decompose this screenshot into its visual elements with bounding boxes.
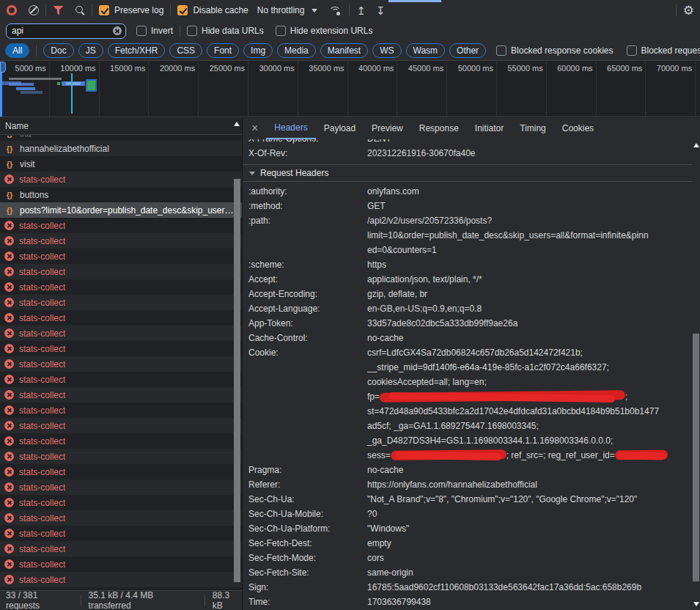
- preserve-log-checkbox[interactable]: [99, 5, 109, 15]
- import-har-button[interactable]: ↥: [356, 5, 366, 16]
- search-button[interactable]: [75, 5, 85, 15]
- invert-checkbox[interactable]: [136, 26, 147, 36]
- type-filter-fetch-xhr[interactable]: Fetch/XHR: [108, 43, 166, 58]
- request-row[interactable]: stats-collect: [0, 372, 242, 387]
- type-filter-wasm[interactable]: Wasm: [406, 43, 446, 58]
- request-row[interactable]: stats-collect: [0, 233, 242, 249]
- tab-response[interactable]: Response: [411, 118, 467, 139]
- type-filter-media[interactable]: Media: [277, 43, 316, 58]
- request-row[interactable]: stats-collect: [0, 295, 242, 310]
- disable-cache-checkbox[interactable]: [177, 5, 188, 15]
- scroll-up-icon[interactable]: [234, 122, 240, 126]
- header-value: 202312261916-30670fa40e: [367, 146, 692, 161]
- export-har-button[interactable]: ↧: [376, 5, 386, 16]
- timeline-tick: 60000 ms: [547, 62, 597, 117]
- type-filter-font[interactable]: Font: [207, 43, 239, 58]
- request-row[interactable]: {}init: [0, 136, 242, 141]
- filter-toggle-button[interactable]: [53, 6, 64, 15]
- scrollbar-thumb[interactable]: [693, 334, 699, 581]
- header-name: Accept-Language:: [248, 301, 367, 316]
- header-name: Accept:: [248, 272, 367, 287]
- header-name: Sign:: [248, 580, 367, 595]
- redaction-scribble: [380, 390, 625, 403]
- request-row[interactable]: stats-collect: [0, 433, 242, 449]
- request-row[interactable]: stats-collect: [0, 526, 242, 541]
- type-filter-manifest[interactable]: Manifest: [320, 43, 368, 58]
- timeline-tick: 15000 ms: [100, 62, 150, 117]
- header-value: DENY: [367, 139, 692, 146]
- request-row[interactable]: stats-collect: [0, 172, 242, 187]
- type-filter-css[interactable]: CSS: [169, 43, 202, 58]
- scrollbar-thumb[interactable]: [234, 179, 240, 582]
- request-row[interactable]: {}buttons: [0, 187, 242, 202]
- scroll-down-icon[interactable]: [693, 602, 699, 606]
- record-button[interactable]: [7, 5, 17, 15]
- close-icon[interactable]: ×: [243, 122, 266, 136]
- request-row[interactable]: stats-collect: [0, 264, 242, 279]
- request-list-scrollbar[interactable]: [233, 136, 241, 590]
- checkbox[interactable]: [627, 45, 637, 56]
- network-overview[interactable]: 5000 ms10000 ms15000 ms20000 ms25000 ms3…: [0, 62, 700, 117]
- request-row[interactable]: stats-collect: [0, 341, 242, 356]
- request-row[interactable]: stats-collect: [0, 572, 242, 587]
- type-filter-all[interactable]: All: [5, 43, 29, 58]
- request-name: stats-collect: [19, 513, 65, 523]
- request-row[interactable]: stats-collect: [0, 387, 242, 403]
- type-filter-doc[interactable]: Doc: [43, 43, 73, 58]
- chevron-down-icon[interactable]: [312, 9, 317, 12]
- request-row[interactable]: {}visit: [0, 156, 242, 172]
- details-scrollbar[interactable]: [692, 139, 700, 610]
- throttling-select[interactable]: No throttling: [257, 5, 305, 15]
- header-value-line: no-cache: [367, 331, 692, 345]
- request-row[interactable]: stats-collect: [0, 556, 242, 572]
- header-value: onlyfans.com: [367, 184, 692, 199]
- overview-grip[interactable]: [0, 62, 6, 73]
- request-name: stats-collect: [19, 328, 65, 339]
- request-row[interactable]: stats-collect: [0, 403, 242, 418]
- clear-filter-icon[interactable]: [113, 26, 122, 35]
- type-filter-js[interactable]: JS: [78, 43, 103, 58]
- name-column-header[interactable]: Name: [0, 118, 242, 135]
- type-filter-img[interactable]: Img: [243, 43, 273, 58]
- request-row[interactable]: stats-collect: [0, 464, 242, 479]
- request-name: stats-collect: [19, 344, 65, 354]
- request-row[interactable]: stats-collect: [0, 541, 242, 556]
- network-conditions-button[interactable]: [329, 6, 342, 15]
- request-row[interactable]: stats-collect: [0, 495, 242, 510]
- request-row[interactable]: stats-collect: [0, 479, 242, 495]
- error-icon: [4, 436, 14, 446]
- network-summary-bar: 33 / 381 requests 35.1 kB / 4.4 MB trans…: [0, 590, 242, 610]
- tab-preview[interactable]: Preview: [364, 118, 411, 139]
- request-row[interactable]: stats-collect: [0, 279, 242, 295]
- settings-gear-button[interactable]: ⚙: [683, 4, 694, 17]
- request-row[interactable]: stats-collect: [0, 356, 242, 372]
- hide-data-urls-checkbox[interactable]: [187, 26, 197, 36]
- request-row[interactable]: stats-collect: [0, 310, 242, 326]
- request-row[interactable]: stats-collect: [0, 249, 242, 264]
- scroll-up-icon[interactable]: [693, 143, 699, 147]
- hide-data-urls-label: Hide data URLs: [202, 26, 264, 36]
- request-row[interactable]: stats-collect: [0, 418, 242, 433]
- type-filter-ws[interactable]: WS: [372, 43, 401, 58]
- checkbox[interactable]: [496, 45, 506, 56]
- request-row[interactable]: stats-collect: [0, 326, 242, 341]
- tab-cookies[interactable]: Cookies: [554, 118, 602, 139]
- tab-payload[interactable]: Payload: [316, 118, 364, 139]
- tab-initiator[interactable]: Initiator: [467, 118, 512, 139]
- resources-size: 88.3 kB: [213, 590, 242, 610]
- request-row[interactable]: {}hannahelizabethofficial: [0, 141, 242, 156]
- request-name: init: [20, 136, 31, 139]
- type-filter-other[interactable]: Other: [449, 43, 486, 58]
- request-headers-section-header[interactable]: Request Headers: [243, 164, 692, 182]
- tab-timing[interactable]: Timing: [512, 118, 554, 139]
- header-value: GET: [367, 199, 692, 213]
- filter-input[interactable]: [6, 23, 126, 39]
- request-name: stats-collect: [19, 390, 65, 400]
- request-row[interactable]: stats-collect: [0, 510, 242, 526]
- request-row[interactable]: stats-collect: [0, 218, 242, 233]
- request-row[interactable]: stats-collect: [0, 449, 242, 464]
- hide-extension-urls-checkbox[interactable]: [276, 26, 286, 36]
- clear-button[interactable]: [29, 5, 39, 15]
- tab-headers[interactable]: Headers: [266, 118, 315, 139]
- request-row[interactable]: {}posts?limit=10&order=publish_date_desc…: [0, 202, 242, 218]
